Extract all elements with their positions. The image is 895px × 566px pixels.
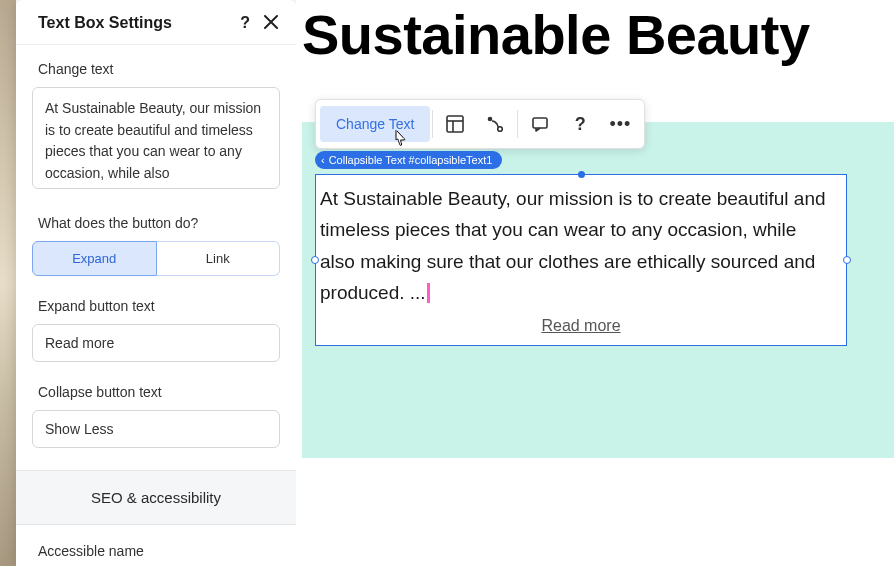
collapse-button-text-input[interactable] <box>32 410 280 448</box>
accessible-name-field: Accessible name <box>32 543 280 559</box>
expand-button-text-label: Expand button text <box>38 298 274 314</box>
collapse-button-text-field: Collapse button text <box>32 384 280 448</box>
expand-button-text-input[interactable] <box>32 324 280 362</box>
svg-point-4 <box>498 127 503 132</box>
seo-accessibility-section[interactable]: SEO & accessibility <box>16 470 296 525</box>
selection-tag-label: Collapsible Text #collapsibleText1 <box>329 154 493 166</box>
change-text-field: Change text <box>32 61 280 193</box>
change-text-textarea[interactable] <box>32 87 280 189</box>
toolbar-separator <box>517 110 518 138</box>
link-option[interactable]: Link <box>157 241 281 276</box>
svg-point-3 <box>488 117 493 122</box>
toolbar-help-icon[interactable]: ? <box>560 104 600 144</box>
chevron-left-icon: ‹ <box>321 154 325 166</box>
comment-icon[interactable] <box>520 104 560 144</box>
text-caret <box>428 284 429 302</box>
canvas-area: Sustainable Beauty Change Text ? ••• ‹ C… <box>296 0 895 566</box>
paragraph-text: At Sustainable Beauty, our mission is to… <box>320 188 826 303</box>
collapsible-text-content[interactable]: At Sustainable Beauty, our mission is to… <box>316 175 846 308</box>
change-text-label: Change text <box>38 61 274 77</box>
toolbar-separator <box>432 110 433 138</box>
background-image-strip <box>0 0 16 566</box>
help-icon[interactable]: ? <box>240 15 250 31</box>
page-heading[interactable]: Sustainable Beauty <box>302 2 810 67</box>
selection-tag[interactable]: ‹ Collapsible Text #collapsibleText1 <box>315 151 502 169</box>
expand-button-text-field: Expand button text <box>32 298 280 362</box>
close-icon[interactable] <box>264 15 278 32</box>
collapse-button-text-label: Collapse button text <box>38 384 274 400</box>
button-action-segment: Expand Link <box>32 241 280 276</box>
layout-icon[interactable] <box>435 104 475 144</box>
svg-rect-0 <box>447 116 463 132</box>
panel-header: Text Box Settings ? <box>16 0 296 45</box>
expand-option[interactable]: Expand <box>32 241 157 276</box>
read-more-link[interactable]: Read more <box>316 317 846 335</box>
more-options-icon[interactable]: ••• <box>600 104 640 144</box>
change-text-button[interactable]: Change Text <box>320 106 430 142</box>
animation-icon[interactable] <box>475 104 515 144</box>
panel-header-icons: ? <box>240 15 278 32</box>
selection-left-handle[interactable] <box>311 256 319 264</box>
panel-body: Change text What does the button do? Exp… <box>16 45 296 566</box>
button-action-field: What does the button do? Expand Link <box>32 215 280 276</box>
selection-top-handle[interactable] <box>578 171 585 178</box>
panel-title: Text Box Settings <box>38 14 172 32</box>
button-question-label: What does the button do? <box>38 215 274 231</box>
selection-right-handle[interactable] <box>843 256 851 264</box>
collapsible-text-element[interactable]: At Sustainable Beauty, our mission is to… <box>315 174 847 346</box>
svg-rect-5 <box>533 118 547 128</box>
text-box-settings-panel: Text Box Settings ? Change text What doe… <box>16 0 296 566</box>
accessible-name-label: Accessible name <box>38 543 274 559</box>
element-toolbar: Change Text ? ••• <box>315 99 645 149</box>
